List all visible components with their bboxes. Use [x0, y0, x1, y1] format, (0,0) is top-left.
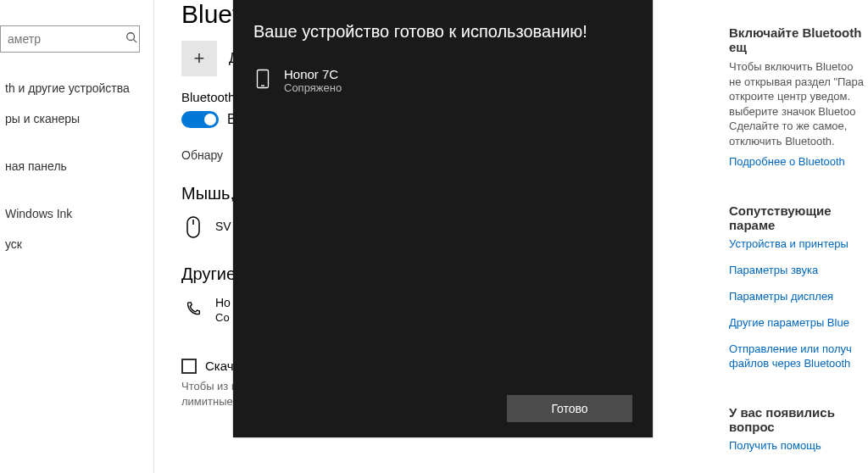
info-desc-enable: Чтобы включить Bluetoo не открывая разде… — [729, 59, 868, 148]
done-button[interactable]: Готово — [507, 395, 632, 422]
device-mouse-name: SV — [215, 220, 231, 235]
link-sound[interactable]: Параметры звука — [729, 264, 868, 278]
info-heading-related: Сопутствующие параме — [729, 203, 868, 232]
device-other-sub: Co — [215, 311, 231, 325]
svg-point-0 — [127, 33, 135, 41]
dialog-title: Ваше устройство готово к использованию! — [253, 22, 632, 42]
metered-download-label: Скач — [205, 359, 234, 373]
bluetooth-toggle[interactable] — [181, 111, 219, 128]
phone-icon — [181, 299, 205, 321]
paired-device-name: Honor 7C — [284, 67, 342, 81]
sidebar-item-4[interactable] — [0, 181, 153, 198]
link-send-receive-files[interactable]: Отправление или получ файлов через Bluet… — [729, 342, 868, 371]
mouse-icon — [181, 215, 205, 239]
device-other-name: Ho — [215, 296, 231, 311]
link-display[interactable]: Параметры дисплея — [729, 290, 868, 304]
paired-device-row[interactable]: Honor 7C Сопряжено — [253, 67, 632, 94]
link-devices-printers[interactable]: Устройства и принтеры — [729, 237, 868, 252]
info-column: Включайте Bluetooth ещ Чтобы включить Bl… — [729, 25, 868, 465]
metered-download-checkbox[interactable] — [181, 359, 197, 374]
sidebar-item-2[interactable] — [0, 134, 153, 151]
search-icon — [125, 31, 138, 44]
device-phone-icon — [253, 69, 272, 89]
info-heading-help: У вас появились вопрос — [729, 405, 868, 434]
link-get-help[interactable]: Получить помощь — [729, 439, 868, 454]
link-more-bluetooth[interactable]: Подробнее о Bluetooth — [729, 155, 868, 170]
settings-sidebar: th и другие устройства ры и сканеры ная … — [0, 0, 154, 473]
info-heading-enable: Включайте Bluetooth ещ — [729, 25, 868, 54]
sidebar-item-printers[interactable]: ры и сканеры — [0, 103, 153, 134]
sidebar-item-touchpad[interactable]: ная панель — [0, 151, 153, 181]
svg-rect-4 — [258, 70, 269, 88]
plus-icon: + — [194, 47, 205, 70]
add-device-button[interactable]: + — [181, 41, 217, 76]
link-more-bluetooth-settings[interactable]: Другие параметры Blue — [729, 316, 868, 331]
pairing-dialog: Ваше устройство готово к использованию! … — [233, 0, 653, 437]
sidebar-item-windows-ink[interactable]: Windows Ink — [0, 198, 153, 229]
search-input[interactable] — [0, 25, 140, 53]
paired-device-status: Сопряжено — [284, 81, 342, 94]
sidebar-item-autoplay[interactable]: уск — [0, 229, 153, 259]
sidebar-item-bluetooth[interactable]: th и другие устройства — [0, 73, 153, 103]
svg-line-1 — [134, 40, 137, 43]
